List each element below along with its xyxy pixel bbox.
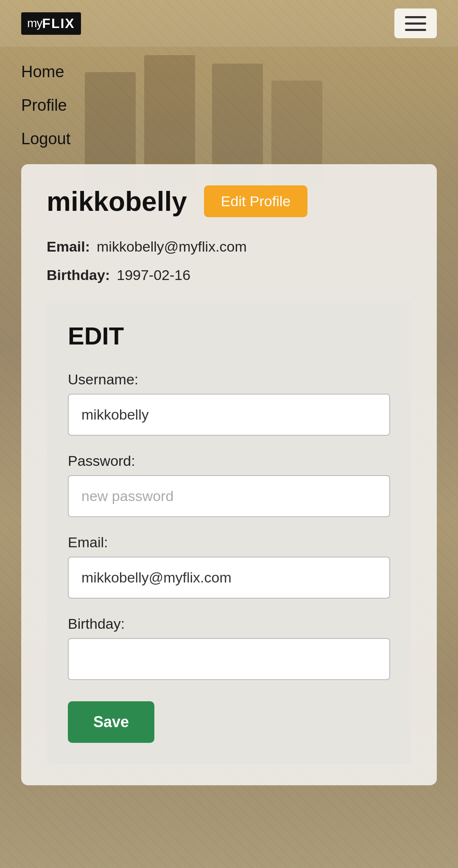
logo-flix: FLIX: [42, 16, 75, 31]
nav-item-profile[interactable]: Profile: [21, 89, 437, 122]
email-form-label: Email:: [68, 534, 390, 551]
username-form-label: Username:: [68, 371, 390, 388]
profile-card: mikkobelly Edit Profile Email: mikkobell…: [21, 164, 437, 785]
username-form-group: Username:: [68, 371, 390, 436]
birthday-info-row: Birthday: 1997-02-16: [47, 267, 411, 283]
profile-info: Email: mikkobelly@myflix.com Birthday: 1…: [47, 238, 411, 283]
profile-header: mikkobelly Edit Profile: [47, 185, 411, 217]
nav-item-home[interactable]: Home: [21, 55, 437, 89]
birthday-form-group: Birthday:: [68, 616, 390, 680]
header: my FLIX: [0, 0, 458, 47]
birthday-label: Birthday:: [47, 267, 110, 283]
main-content: mikkobelly Edit Profile Email: mikkobell…: [0, 164, 458, 811]
logo: my FLIX: [21, 12, 81, 35]
hamburger-line-1: [405, 16, 426, 18]
hamburger-line-3: [405, 29, 426, 31]
birthday-form-label: Birthday:: [68, 616, 390, 632]
save-button[interactable]: Save: [68, 701, 154, 743]
hamburger-line-2: [405, 22, 426, 25]
birthday-value: 1997-02-16: [117, 267, 190, 283]
edit-section: EDIT Username: Password: Email: Birthday…: [47, 300, 411, 764]
username-input[interactable]: [68, 394, 390, 436]
password-form-label: Password:: [68, 453, 390, 469]
email-input[interactable]: [68, 557, 390, 599]
birthday-input[interactable]: [68, 638, 390, 680]
email-label: Email:: [47, 238, 90, 255]
password-input[interactable]: [68, 475, 390, 517]
email-info-row: Email: mikkobelly@myflix.com: [47, 238, 411, 255]
hamburger-menu-button[interactable]: [394, 8, 437, 38]
email-value: mikkobelly@myflix.com: [97, 238, 247, 255]
edit-title: EDIT: [68, 322, 390, 350]
password-form-group: Password:: [68, 453, 390, 517]
edit-profile-button[interactable]: Edit Profile: [204, 185, 307, 217]
main-nav: Home Profile Logout: [0, 47, 458, 164]
logo-my: my: [27, 17, 42, 30]
profile-username: mikkobelly: [47, 186, 187, 217]
nav-item-logout[interactable]: Logout: [21, 122, 437, 156]
email-form-group: Email:: [68, 534, 390, 599]
